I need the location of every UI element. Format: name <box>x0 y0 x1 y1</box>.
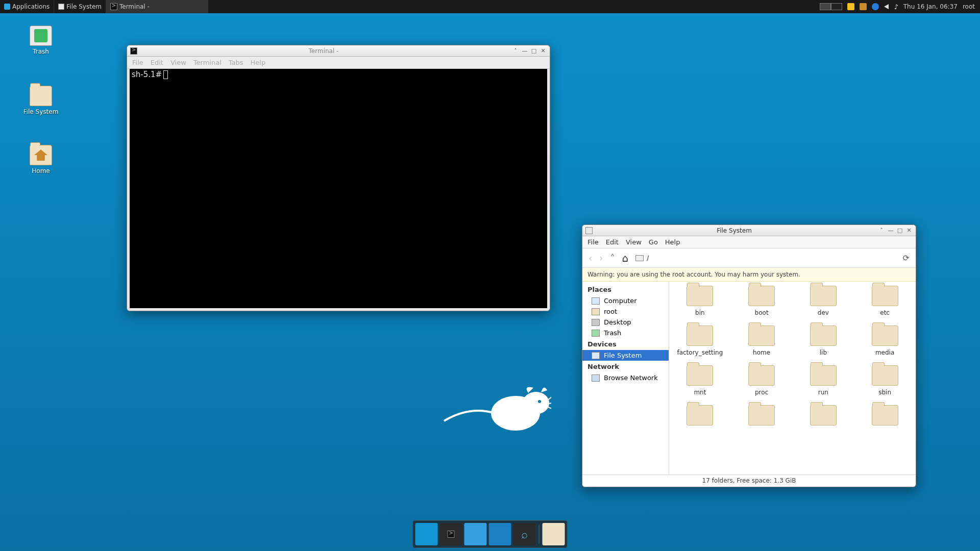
search-icon: ⌕ <box>521 528 528 541</box>
sidebar-label: Browse Network <box>604 374 658 382</box>
clock[interactable]: Thu 16 Jan, 06:37 <box>903 3 958 10</box>
folder-item[interactable]: home <box>733 325 791 356</box>
desktop-trash[interactable]: Trash <box>18 26 64 55</box>
reload-icon[interactable]: ⟳ <box>903 253 910 263</box>
dock-web-browser[interactable] <box>489 523 511 545</box>
maximize-button[interactable]: □ <box>530 47 537 55</box>
sidebar-item-browse-network[interactable]: Browse Network <box>582 372 669 383</box>
maximize-button[interactable]: □ <box>896 227 903 234</box>
minimize-button[interactable]: — <box>521 47 528 55</box>
taskbar-terminal-label: Terminal - <box>119 3 150 10</box>
folder-icon <box>810 325 837 346</box>
minimize-button[interactable]: — <box>887 227 894 234</box>
package-icon[interactable] <box>860 3 867 10</box>
sidebar-header-network: Network <box>582 361 669 372</box>
dock-file-manager[interactable] <box>464 523 487 545</box>
folder-item[interactable] <box>856 405 914 429</box>
sidebar-item-desktop[interactable]: Desktop <box>582 317 669 328</box>
volume-icon[interactable] <box>884 4 889 9</box>
sidebar-label: File System <box>604 352 642 359</box>
desktop-filesystem[interactable]: File System <box>18 86 64 115</box>
folder-icon <box>687 405 713 425</box>
folder-icon <box>810 405 837 425</box>
fm-titlebar[interactable]: File System ˄ — □ ✕ <box>582 225 916 236</box>
close-button[interactable]: ✕ <box>905 227 913 234</box>
folder-item[interactable]: proc <box>733 365 791 396</box>
user-label[interactable]: root <box>963 3 975 10</box>
menu-help[interactable]: Help <box>251 59 266 66</box>
folder-item[interactable] <box>795 405 852 429</box>
folder-label: lib <box>820 349 827 356</box>
folder-icon <box>30 86 52 106</box>
location-bar[interactable]: / <box>635 254 649 262</box>
workspace-1-icon[interactable] <box>820 3 831 10</box>
taskbar-item-terminal[interactable]: Terminal - <box>106 0 208 13</box>
folder-label: media <box>875 349 894 356</box>
menu-help[interactable]: Help <box>665 238 680 246</box>
sidebar-item-computer[interactable]: Computer <box>582 295 669 306</box>
fm-toolbar: ‹ › ˄ ⌂ / ⟳ <box>582 248 916 268</box>
folder-item[interactable]: boot <box>733 286 791 316</box>
notification-icon[interactable]: ♪ <box>894 3 898 11</box>
folder-item[interactable]: sbin <box>856 365 914 396</box>
nav-home-icon[interactable]: ⌂ <box>622 252 628 264</box>
folder-item[interactable]: dev <box>795 286 852 316</box>
system-tray: ♪ Thu 16 Jan, 06:37 root <box>842 3 980 11</box>
terminal-icon <box>448 531 455 538</box>
dock-home-folder[interactable] <box>543 523 565 545</box>
folder-item[interactable]: media <box>856 325 914 356</box>
drive-icon <box>635 255 644 261</box>
folder-item[interactable]: lib <box>795 325 852 356</box>
folder-icon <box>872 365 898 386</box>
trash-icon <box>592 330 600 337</box>
nav-up-icon[interactable]: ˄ <box>610 253 615 263</box>
rollup-button[interactable]: ˄ <box>878 227 885 234</box>
folder-label: mnt <box>694 389 706 396</box>
folder-item[interactable]: mnt <box>671 365 729 396</box>
menu-terminal[interactable]: Terminal <box>193 59 222 66</box>
terminal-content[interactable]: sh-5.1# <box>130 69 547 308</box>
menu-edit[interactable]: Edit <box>151 59 163 66</box>
folder-icon <box>748 365 775 386</box>
folder-item[interactable] <box>733 405 791 429</box>
menu-view[interactable]: View <box>170 59 186 66</box>
menu-tabs[interactable]: Tabs <box>229 59 243 66</box>
menu-file[interactable]: File <box>587 238 599 246</box>
menu-file[interactable]: File <box>132 59 143 66</box>
folder-icon <box>748 405 775 425</box>
menu-go[interactable]: Go <box>649 238 658 246</box>
sidebar-item-trash[interactable]: Trash <box>582 328 669 338</box>
folder-item[interactable]: factory_setting <box>671 325 729 356</box>
terminal-titlebar[interactable]: Terminal - ˄ — □ ✕ <box>127 45 550 57</box>
rollup-button[interactable]: ˄ <box>512 47 519 55</box>
folder-grid: binbootdevetcfactory_settinghomelibmedia… <box>671 286 914 429</box>
filesystem-icon <box>58 4 64 10</box>
folder-icon <box>687 325 713 346</box>
mail-icon[interactable] <box>847 3 854 10</box>
fm-titlebar-icon <box>585 227 593 234</box>
folder-item[interactable]: run <box>795 365 852 396</box>
nav-forward-icon[interactable]: › <box>599 253 603 263</box>
sidebar-item-root[interactable]: root <box>582 306 669 317</box>
dock-app-finder[interactable]: ⌕ <box>513 523 536 545</box>
fm-content[interactable]: binbootdevetcfactory_settinghomelibmedia… <box>669 282 916 474</box>
folder-item[interactable]: bin <box>671 286 729 316</box>
workspace-switcher[interactable] <box>820 3 842 10</box>
menu-edit[interactable]: Edit <box>606 238 619 246</box>
taskbar-item-filesystem[interactable]: File System <box>54 0 106 13</box>
workspace-2-icon[interactable] <box>831 3 842 10</box>
desktop-home[interactable]: Home <box>18 145 64 174</box>
folder-item[interactable] <box>671 405 729 429</box>
applications-menu[interactable]: Applications <box>0 0 54 13</box>
drive-icon <box>592 352 600 359</box>
dock-show-desktop[interactable] <box>415 523 438 545</box>
folder-item[interactable]: etc <box>856 286 914 316</box>
menu-view[interactable]: View <box>626 238 642 246</box>
root-warning: Warning: you are using the root account.… <box>582 268 916 282</box>
sidebar-item-filesystem[interactable]: File System <box>582 350 669 361</box>
close-button[interactable]: ✕ <box>540 47 547 55</box>
dock-terminal[interactable] <box>440 523 462 545</box>
nav-back-icon[interactable]: ‹ <box>589 253 592 263</box>
bluetooth-icon[interactable] <box>872 3 879 10</box>
svg-point-2 <box>538 400 541 403</box>
